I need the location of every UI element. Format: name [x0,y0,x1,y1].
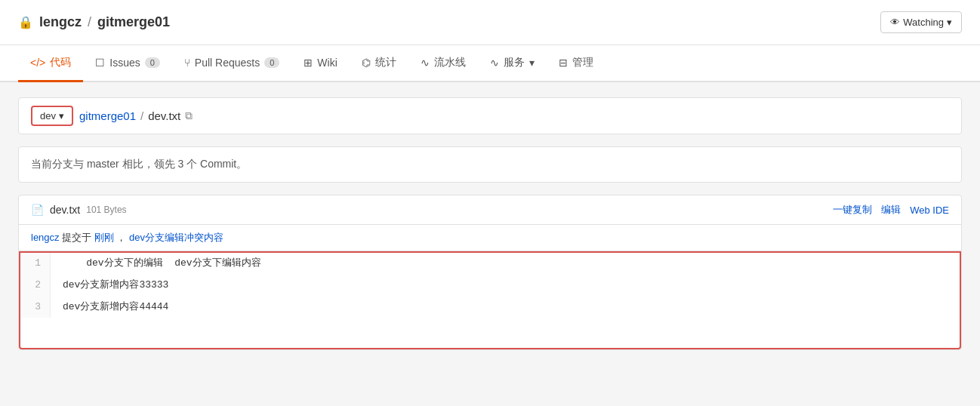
file-name: dev.txt [50,204,80,216]
code-line-1: 1 dev分支下的编辑 dev分支下编辑内容 [20,253,960,275]
line-number-1: 1 [20,253,51,275]
repo-separator: / [88,14,91,30]
nav-item-manage[interactable]: ⊟ 管理 [547,45,606,82]
code-line-3: 3 dev分支新增内容44444 [20,297,960,318]
file-actions: 一键复制 编辑 Web IDE [833,203,949,217]
file-content: 1 dev分支下的编辑 dev分支下编辑内容 2 dev分支新增内容33333 … [19,251,961,349]
repo-owner: lengcz [39,14,82,30]
line-code-2: dev分支新增内容33333 [51,275,180,297]
lock-icon: 🔒 [18,15,33,29]
file-info: 📄 dev.txt 101 Bytes [31,204,127,216]
repo-breadcrumb-link[interactable]: gitmerge01 [79,109,136,122]
nav-code-label: 代码 [50,56,71,69]
commit-author-link[interactable]: lengcz [31,232,60,243]
pipeline-icon: ∿ [421,57,430,69]
nav-item-issues[interactable]: ☐ Issues 0 [83,46,172,82]
nav-stats-label: 统计 [375,56,396,69]
breadcrumb-separator: / [140,109,143,122]
commit-info: lengcz 提交于 刚刚 ， dev分支编辑冲突内容 [19,225,961,251]
nav-item-stats[interactable]: ⌬ 统计 [350,45,408,82]
commit-pretext: 提交于 [62,232,94,243]
file-icon: 📄 [31,204,44,216]
code-padding [20,318,960,348]
watching-dropdown-icon: ▾ [947,17,952,28]
nav-item-wiki[interactable]: ⊞ Wiki [291,46,349,82]
nav-pr-label: Pull Requests [195,57,260,69]
services-dropdown-icon: ▾ [529,57,535,69]
nav-issues-label: Issues [109,57,140,69]
services-icon: ∿ [490,57,499,69]
line-code-3: dev分支新增内容44444 [51,297,180,318]
nav-item-pull-requests[interactable]: ⑂ Pull Requests 0 [172,46,292,82]
code-block: 1 dev分支下的编辑 dev分支下编辑内容 2 dev分支新增内容33333 … [19,251,961,349]
issues-badge: 0 [145,57,160,68]
file-size: 101 Bytes [86,205,126,215]
nav-item-pipeline[interactable]: ∿ 流水线 [408,45,478,82]
issues-icon: ☐ [95,57,105,69]
nav-manage-label: 管理 [572,56,593,69]
nav-item-code[interactable]: </> 代码 [18,45,83,82]
file-breadcrumb-name: dev.txt [148,109,180,122]
pull-requests-icon: ⑂ [184,57,190,69]
commit-separator: ， [116,232,126,243]
repo-name: gitmerge01 [97,14,170,30]
info-message: 当前分支与 master 相比，领先 3 个 Commit。 [31,158,247,170]
watching-button[interactable]: 👁 Watching ▾ [880,11,962,33]
file-card: 📄 dev.txt 101 Bytes 一键复制 编辑 Web IDE leng… [18,195,962,350]
nav-wiki-label: Wiki [317,57,337,69]
stats-icon: ⌬ [362,57,371,69]
pr-badge: 0 [264,57,279,68]
nav-services-label: 服务 [504,56,525,69]
webide-button[interactable]: Web IDE [910,205,949,216]
nav-pipeline-label: 流水线 [434,56,466,69]
copy-path-icon[interactable]: ⧉ [185,109,193,122]
manage-icon: ⊟ [559,57,568,69]
commit-message-link[interactable]: dev分支编辑冲突内容 [129,232,223,243]
wiki-icon: ⊞ [304,57,313,69]
repo-title: 🔒 lengcz / gitmerge01 [18,14,170,30]
branch-name: dev [40,110,56,121]
copy-button[interactable]: 一键复制 [833,203,872,217]
nav-item-services[interactable]: ∿ 服务 ▾ [478,45,547,82]
line-number-3: 3 [20,297,51,318]
line-code-1: dev分支下的编辑 dev分支下编辑内容 [51,253,273,275]
top-bar: 🔒 lengcz / gitmerge01 👁 Watching ▾ [0,0,980,45]
nav-bar: </> 代码 ☐ Issues 0 ⑂ Pull Requests 0 ⊞ Wi… [0,45,980,82]
main-content: dev ▾ gitmerge01 / dev.txt ⧉ 当前分支与 maste… [0,82,980,406]
code-line-2: 2 dev分支新增内容33333 [20,275,960,297]
watching-icon: 👁 [890,17,900,28]
breadcrumb-bar: dev ▾ gitmerge01 / dev.txt ⧉ [18,97,962,134]
edit-button[interactable]: 编辑 [881,203,901,217]
watching-label: Watching [903,17,944,28]
breadcrumb-path: gitmerge01 / dev.txt ⧉ [79,109,193,122]
commit-time-link[interactable]: 刚刚 [94,232,114,243]
file-header: 📄 dev.txt 101 Bytes 一键复制 编辑 Web IDE [19,195,961,225]
info-bar: 当前分支与 master 相比，领先 3 个 Commit。 [18,146,962,183]
branch-dropdown-icon: ▾ [59,110,64,121]
code-icon: </> [30,57,45,69]
branch-selector[interactable]: dev ▾ [31,106,73,126]
line-number-2: 2 [20,275,51,297]
